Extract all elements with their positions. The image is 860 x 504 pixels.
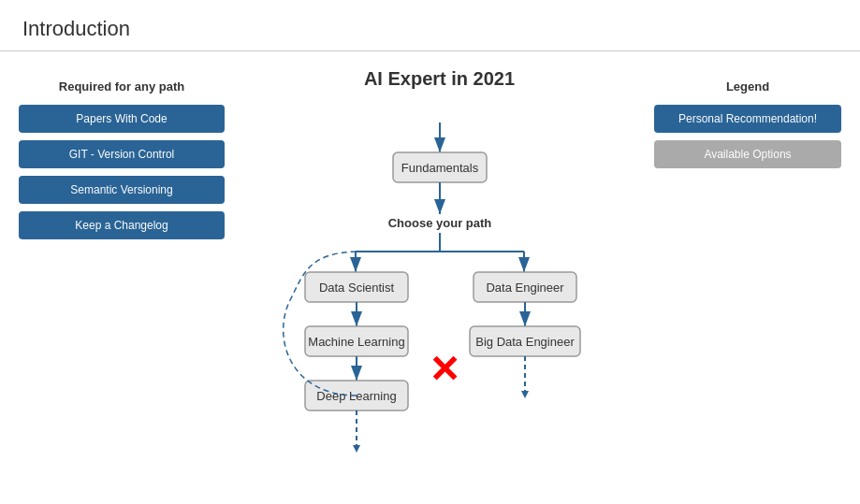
svg-text:Big Data Engineer: Big Data Engineer [475, 335, 575, 349]
semantic-versioning-button[interactable]: Semantic Versioning [19, 176, 225, 204]
keep-changelog-button[interactable]: Keep a Changelog [19, 211, 225, 239]
center-panel: AI Expert in 2021 Fundamentals Choose yo… [225, 61, 654, 491]
svg-marker-20 [353, 445, 360, 453]
diagram-svg: Fundamentals Choose your path Data Scien… [234, 108, 646, 482]
svg-text:Machine Learning: Machine Learning [308, 335, 404, 349]
legend-title: Legend [654, 79, 841, 94]
svg-text:Data Scientist: Data Scientist [318, 281, 394, 295]
left-panel: Required for any path Papers With Code G… [19, 61, 225, 491]
page-title: Introduction [0, 0, 860, 51]
required-path-title: Required for any path [19, 79, 225, 94]
main-content: Required for any path Papers With Code G… [0, 51, 860, 500]
svg-marker-27 [521, 391, 529, 398]
right-panel: Legend Personal Recommendation! Availabl… [654, 61, 841, 491]
personal-recommendation-button[interactable]: Personal Recommendation! [654, 105, 841, 133]
svg-text:Fundamentals: Fundamentals [401, 161, 478, 175]
git-version-control-button[interactable]: GIT - Version Control [19, 140, 225, 168]
papers-with-code-button[interactable]: Papers With Code [19, 105, 225, 133]
svg-text:Choose your path: Choose your path [387, 216, 491, 230]
available-options-button[interactable]: Available Options [654, 140, 841, 168]
diagram-title: AI Expert in 2021 [364, 68, 515, 90]
svg-text:Data Engineer: Data Engineer [486, 281, 564, 295]
